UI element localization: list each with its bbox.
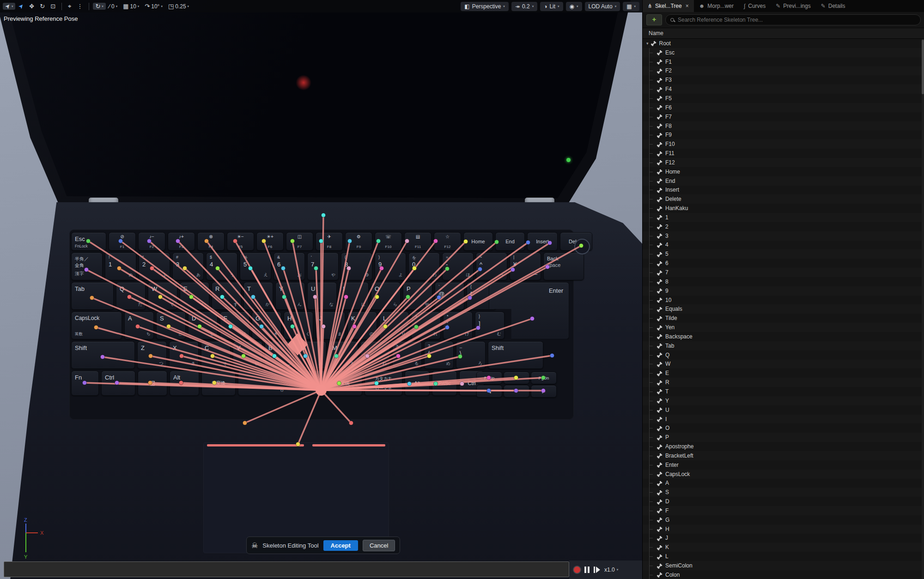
grid-snap-toggle[interactable]: ▦10▾ [121, 3, 141, 10]
bone-row-Esc[interactable]: Esc [643, 48, 924, 57]
bone-row-2[interactable]: 2 [643, 222, 924, 231]
camera-tool[interactable]: ⌖ [66, 3, 73, 10]
bone-row-1[interactable]: 1 [643, 213, 924, 222]
bone-row-U[interactable]: U [643, 405, 924, 415]
bone-row-E[interactable]: E [643, 368, 924, 378]
bone-row-Insert[interactable]: Insert [643, 186, 924, 195]
bone-row-H[interactable]: H [643, 525, 924, 534]
bone-row-R[interactable]: R [643, 378, 924, 387]
bone-row-T[interactable]: T [643, 387, 924, 396]
rotate-tool[interactable]: ↻ [37, 3, 47, 10]
bone-row-F3[interactable]: F3 [643, 75, 924, 84]
expand-caret-icon[interactable]: ▾ [646, 41, 649, 46]
pause-button[interactable] [584, 567, 590, 573]
bone-row-F6[interactable]: F6 [643, 103, 924, 112]
bone-row-10[interactable]: 10 [643, 296, 924, 305]
cancel-button[interactable]: Cancel [363, 540, 395, 551]
bone-row-K[interactable]: K [643, 543, 924, 552]
search-input[interactable]: Search Reference Skeleton Tree... [665, 14, 921, 25]
bone-row-5[interactable]: 5 [643, 249, 924, 259]
step-forward-button[interactable] [594, 567, 600, 573]
bone-row-S[interactable]: S [643, 488, 924, 497]
bone-row-D[interactable]: D [643, 497, 924, 506]
playback-speed-dropdown[interactable]: x1.0▾ [604, 567, 618, 573]
close-icon[interactable]: × [686, 3, 689, 9]
perspective-dropdown[interactable]: ◧Perspective▾ [461, 2, 509, 11]
bone-row-F9[interactable]: F9 [643, 130, 924, 139]
bone-row-Backspace[interactable]: Backspace [643, 332, 924, 341]
record-button[interactable] [574, 567, 580, 573]
bone-row-Tab[interactable]: Tab [643, 341, 924, 350]
bone-row-Equals[interactable]: Equals [643, 304, 924, 314]
bone-row-SemiColon[interactable]: SemiColon [643, 561, 924, 570]
bone-row-F10[interactable]: F10 [643, 139, 924, 149]
bone-row-Y[interactable]: Y [643, 396, 924, 405]
name-column-header[interactable]: Name [643, 28, 924, 39]
bone-row-J[interactable]: J [643, 534, 924, 543]
bone-row-BracketLeft[interactable]: BracketLeft [643, 451, 924, 460]
tab-preview-settings[interactable]: ✎Previ...ings [771, 0, 815, 12]
bone-row-F7[interactable]: F7 [643, 112, 924, 121]
bone-row-Tilde[interactable]: Tilde [643, 314, 924, 323]
bone-row-HanKaku[interactable]: HanKaku [643, 204, 924, 213]
bone-row-Home[interactable]: Home [643, 167, 924, 176]
bone-icon [657, 151, 665, 157]
bone-row-W[interactable]: W [643, 360, 924, 369]
select-tool[interactable]: ➤ [16, 3, 26, 10]
tab-curves[interactable]: ∫Curves [739, 0, 771, 12]
move-tool[interactable]: ✥ [27, 3, 36, 10]
surface-snap-toggle[interactable]: ∕0▾ [107, 3, 120, 10]
view-mode-dropdown[interactable]: ◑Lit▾ [540, 2, 563, 11]
bone-row-End[interactable]: End [643, 176, 924, 186]
bone-row-CapsLock[interactable]: CapsLock [643, 470, 924, 479]
bone-row-8[interactable]: 8 [643, 277, 924, 286]
keyboard-key-Insert: Insert [527, 232, 558, 251]
bone-row-Apostrophe[interactable]: Apostrophe [643, 442, 924, 451]
bone-row-F1[interactable]: F1 [643, 57, 924, 66]
bone-row-F2[interactable]: F2 [643, 66, 924, 76]
bone-row-A[interactable]: A [643, 479, 924, 488]
bone-row-L[interactable]: L [643, 552, 924, 561]
tab-skeleton-tree[interactable]: ⋔Skel...Tree× [643, 0, 694, 12]
more-options[interactable]: ⋮ [74, 3, 85, 10]
add-bone-button[interactable]: + [646, 14, 662, 25]
bone-row-F12[interactable]: F12 [643, 158, 924, 167]
bone-row-Colon[interactable]: Colon [643, 570, 924, 579]
scrollbar-thumb[interactable] [922, 40, 924, 94]
rotation-snap-toggle[interactable]: ↷10°▾ [142, 3, 165, 10]
bone-row-F[interactable]: F [643, 506, 924, 515]
bone-row-6[interactable]: 6 [643, 259, 924, 268]
bone-row-4[interactable]: 4 [643, 241, 924, 250]
accept-button[interactable]: Accept [323, 540, 358, 551]
timeline-scrubber[interactable] [4, 561, 569, 577]
scale-snap-toggle[interactable]: ◳0.25▾ [166, 3, 191, 10]
lod-dropdown[interactable]: LOD Auto▾ [585, 2, 620, 11]
show-flags-dropdown[interactable]: ◉▾ [566, 2, 582, 11]
bone-row-Q[interactable]: Q [643, 350, 924, 360]
bone-row-F11[interactable]: F11 [643, 149, 924, 158]
bone-icon [657, 205, 665, 211]
bone-row-F4[interactable]: F4 [643, 84, 924, 94]
bone-row-9[interactable]: 9 [643, 286, 924, 296]
bone-row-Yen[interactable]: Yen [643, 323, 924, 332]
tab-details[interactable]: ✎Details [816, 0, 851, 12]
bone-row-Enter[interactable]: Enter [643, 460, 924, 470]
bone-row-7[interactable]: 7 [643, 268, 924, 277]
screenshot-dropdown[interactable]: ▦▾ [623, 2, 639, 11]
bone-row-Delete[interactable]: Delete [643, 194, 924, 204]
camera-speed-dropdown[interactable]: ↠0.2▾ [511, 2, 537, 11]
scale-tool[interactable]: ⊡ [48, 3, 58, 10]
bone-row-O[interactable]: O [643, 423, 924, 433]
bone-row-F5[interactable]: F5 [643, 94, 924, 103]
bone-row-Root[interactable]: ▾Root [643, 39, 924, 48]
3d-viewport[interactable]: EscFnLock⊘F1♪−F2♪+F3⊗F4☀−F5☀+F6◫F7✈F8⚙F9… [0, 0, 642, 579]
bone-row-I[interactable]: I [643, 415, 924, 424]
coordinate-space-toggle[interactable]: ↻▾ [93, 3, 105, 10]
bone-row-G[interactable]: G [643, 515, 924, 525]
scrollbar[interactable] [922, 39, 924, 579]
bone-row-F8[interactable]: F8 [643, 121, 924, 131]
bone-row-3[interactable]: 3 [643, 231, 924, 241]
tab-morph-target-previewer[interactable]: ☻Morp...wer [694, 0, 739, 12]
bone-row-P[interactable]: P [643, 433, 924, 442]
editor-mode-dropdown[interactable]: ➤▾ [3, 3, 15, 10]
